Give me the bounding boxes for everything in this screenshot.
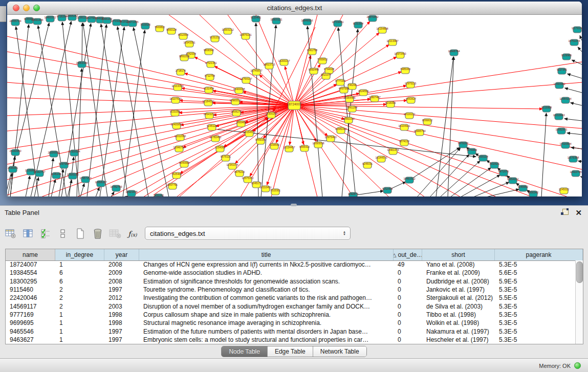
column-header-year[interactable]: year	[104, 249, 139, 260]
cell-title[interactable]: Investigating the contribution of common…	[139, 294, 394, 301]
cell-out_de[interactable]: 0	[394, 278, 422, 285]
graph-edge[interactable]	[294, 105, 389, 196]
cell-name[interactable]: 9115460	[6, 286, 55, 293]
graph-edge[interactable]	[51, 180, 55, 196]
graph-edge[interactable]	[571, 147, 582, 149]
cell-name[interactable]: 18724007	[6, 261, 55, 268]
cell-out_de[interactable]: 0	[394, 294, 422, 301]
cell-pagerank[interactable]: 5.5E-5	[495, 294, 575, 301]
graph-edge[interactable]	[294, 105, 582, 169]
cell-short[interactable]: Nakamura et al. (1997)	[422, 328, 495, 335]
cell-in_degree[interactable]: 1	[55, 319, 104, 326]
cell-short[interactable]: de Silva et al. (2003)	[422, 303, 495, 310]
show-columns-icon[interactable]	[21, 227, 35, 240]
cell-in_degree[interactable]: 1	[55, 311, 104, 318]
cell-year[interactable]: 1997	[104, 336, 139, 343]
graph-edge[interactable]	[10, 157, 15, 196]
cell-name[interactable]: 9699695	[6, 319, 55, 326]
table-row[interactable]: 1456911722003Disruption of a novel membe…	[6, 302, 575, 310]
graph-edge[interactable]	[473, 182, 509, 196]
cell-pagerank[interactable]: 5.3E-5	[495, 319, 575, 326]
cell-name[interactable]: 22420046	[6, 294, 55, 301]
cell-in_degree[interactable]: 1	[55, 261, 104, 268]
cell-out_de[interactable]: 0	[394, 303, 422, 310]
cell-title[interactable]: Structural magnetic resonance image aver…	[139, 319, 394, 326]
cell-short[interactable]: Jankovic et al. (1997)	[422, 286, 495, 293]
function-builder-icon[interactable]: ƒ(x)	[126, 227, 139, 240]
table-row[interactable]: 946362711997Embryonic stem cells: a mode…	[6, 336, 575, 344]
cell-year[interactable]: 2009	[104, 269, 139, 276]
cell-short[interactable]: Stergiakouli et al. (2012)	[422, 294, 495, 301]
delete-table-icon[interactable]	[91, 227, 104, 240]
graph-edge[interactable]	[294, 105, 532, 196]
graph-edge[interactable]	[571, 103, 582, 105]
cell-name[interactable]: 9777169	[6, 311, 55, 318]
column-header-name[interactable]: name	[6, 249, 55, 260]
cell-title[interactable]: Changes of HCN gene expression and I(f) …	[139, 261, 394, 268]
cell-short[interactable]: Dudbridge et al. (2008)	[422, 278, 495, 285]
cell-year[interactable]: 2012	[104, 294, 139, 301]
graph-edge[interactable]	[568, 74, 582, 78]
close-panel-icon[interactable]: ✕	[575, 209, 582, 216]
graph-edge[interactable]	[580, 35, 582, 40]
cell-year[interactable]: 2008	[104, 278, 139, 285]
cell-out_de[interactable]: 0	[394, 269, 422, 276]
cell-out_de[interactable]: 0	[394, 286, 422, 293]
cell-pagerank[interactable]: 5.3E-5	[495, 286, 575, 293]
graph-edge[interactable]	[294, 105, 461, 196]
cell-title[interactable]: Tourette syndrome. Phenomenology and cla…	[139, 286, 394, 293]
cell-in_degree[interactable]: 1	[55, 328, 104, 335]
cell-year[interactable]: 2008	[104, 261, 139, 268]
row-height-icon[interactable]	[56, 227, 70, 240]
graph-edge[interactable]	[461, 175, 500, 196]
cell-out_de[interactable]: 0	[394, 319, 422, 326]
tab-network-table[interactable]: Network Table	[313, 346, 366, 357]
cell-short[interactable]: Hescheler et al. (1997)	[422, 336, 495, 343]
table-row[interactable]: 1872400712008Changes of HCN gene express…	[6, 260, 575, 269]
cell-pagerank[interactable]: 5.3E-5	[495, 328, 575, 335]
cell-out_de[interactable]: 0	[394, 311, 422, 318]
window-titlebar[interactable]: citations_edges.txt	[7, 2, 582, 15]
cell-pagerank[interactable]: 5.3E-5	[495, 261, 575, 268]
cell-out_de[interactable]: 0	[394, 336, 422, 343]
cell-title[interactable]: Embryonic stem cells: a model to study s…	[139, 336, 394, 343]
network-canvas[interactable]: 2405572491559012069140610453372872829410…	[7, 15, 582, 196]
close-button[interactable]	[13, 5, 19, 11]
graph-edge[interactable]	[567, 133, 582, 135]
cell-title[interactable]: Estimation of significance thresholds fo…	[139, 278, 394, 285]
cell-short[interactable]: Tibbo et al. (1998)	[422, 311, 495, 318]
cell-name[interactable]: 18300295	[6, 278, 55, 285]
graph-edge[interactable]	[294, 15, 317, 105]
minimize-button[interactable]	[23, 5, 30, 11]
table-settings-icon[interactable]	[4, 227, 17, 240]
graph-edge[interactable]	[61, 24, 91, 196]
column-header-out_de[interactable]: △out_de…	[394, 249, 422, 260]
column-header-title[interactable]: title	[139, 249, 394, 260]
cell-title[interactable]: Corpus callosum shape and size in male p…	[139, 311, 394, 318]
graph-edge[interactable]	[564, 119, 582, 121]
cell-in_degree[interactable]: 6	[55, 269, 104, 276]
cell-year[interactable]: 1997	[104, 328, 139, 335]
cell-in_degree[interactable]: 6	[55, 278, 104, 285]
cell-pagerank[interactable]: 5.9E-5	[495, 278, 575, 285]
cell-in_degree[interactable]: 2	[55, 303, 104, 310]
cell-year[interactable]: 1998	[104, 311, 139, 318]
cell-pagerank[interactable]: 5.3E-5	[495, 311, 575, 318]
table-row[interactable]: 1938455462009Genome-wide association stu…	[6, 269, 575, 277]
cell-title[interactable]: Estimation of the future numbers of pati…	[139, 328, 394, 335]
graph-edge[interactable]	[26, 176, 30, 196]
graph-edge[interactable]	[294, 82, 582, 105]
cell-name[interactable]: 9465546	[6, 328, 55, 335]
cell-name[interactable]: 14569117	[6, 303, 55, 310]
cell-year[interactable]: 2003	[104, 303, 139, 310]
zoom-button[interactable]	[33, 5, 40, 11]
graph-edge[interactable]	[440, 161, 480, 196]
table-row[interactable]: 946554611997Estimation of the future num…	[6, 327, 575, 335]
graph-edge[interactable]	[580, 177, 582, 177]
new-table-icon[interactable]	[74, 227, 87, 240]
graph-edge[interactable]	[177, 105, 294, 196]
graph-edge[interactable]	[565, 88, 582, 93]
graph-edge[interactable]	[486, 189, 519, 196]
graph-edge[interactable]	[578, 161, 582, 162]
graph-edge[interactable]	[77, 105, 294, 196]
